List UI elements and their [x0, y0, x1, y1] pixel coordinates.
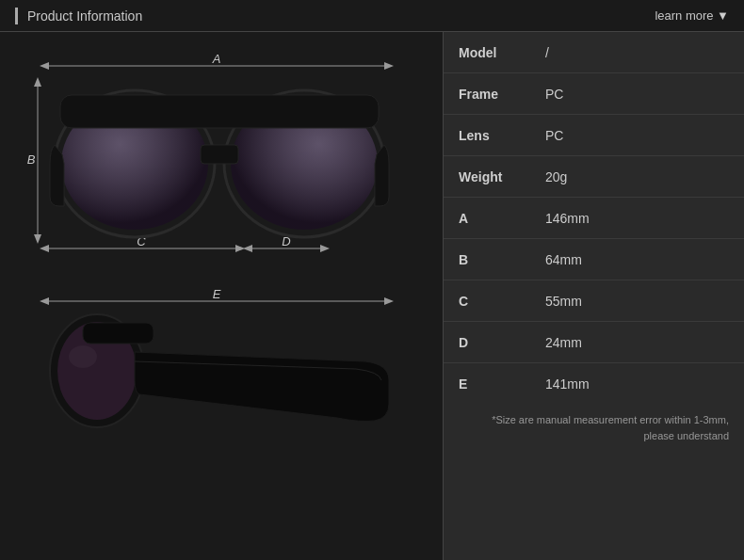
spec-row: D24mm	[444, 322, 744, 363]
top-view-area: A B C D	[19, 51, 414, 267]
spec-key: Model	[444, 36, 538, 70]
spec-row: A146mm	[444, 198, 744, 239]
side-view-area: E	[19, 286, 414, 451]
left-panel: A B C D	[0, 32, 443, 560]
spec-key: E	[444, 367, 538, 401]
spec-value: 24mm	[538, 326, 744, 360]
spec-row: E141mm	[444, 363, 744, 405]
spec-value: /	[538, 36, 744, 70]
svg-marker-9	[40, 245, 49, 252]
spec-key: Lens	[444, 119, 538, 152]
spec-key: B	[444, 243, 538, 277]
spec-value: 55mm	[538, 284, 744, 318]
svg-marker-23	[40, 297, 49, 305]
svg-rect-29	[83, 323, 154, 344]
spec-note: *Size are manual measurement error withi…	[444, 405, 744, 451]
learn-more-button[interactable]: learn more ▼	[655, 8, 729, 23]
spec-value: PC	[538, 119, 744, 152]
spec-value: 20g	[538, 160, 744, 194]
svg-marker-24	[384, 297, 394, 305]
svg-marker-5	[34, 77, 41, 87]
header-bar-decoration	[15, 8, 18, 24]
spec-key: Weight	[444, 160, 538, 194]
spec-row: Weight20g	[444, 156, 744, 198]
page-header: Product Information learn more ▼	[0, 0, 744, 32]
right-panel: Model/FramePCLensPCWeight20gA146mmB64mmC…	[443, 32, 744, 560]
spec-value: 141mm	[538, 367, 744, 401]
spec-key: Frame	[444, 77, 538, 111]
header-left: Product Information	[15, 8, 142, 24]
svg-marker-13	[243, 245, 252, 252]
svg-rect-20	[201, 145, 238, 164]
svg-marker-14	[320, 245, 330, 252]
spec-key: C	[444, 284, 538, 318]
glasses-side-view	[45, 310, 394, 441]
spec-value: 64mm	[538, 243, 744, 277]
svg-marker-10	[235, 245, 245, 252]
spec-row: LensPC	[444, 115, 744, 156]
svg-text:E: E	[213, 287, 221, 301]
spec-row: C55mm	[444, 280, 744, 322]
svg-text:A: A	[212, 52, 221, 66]
svg-marker-1	[40, 62, 49, 70]
glasses-front-view	[45, 74, 394, 244]
spec-value: 146mm	[538, 201, 744, 235]
page-title: Product Information	[27, 8, 142, 24]
spec-key: A	[444, 201, 538, 235]
svg-marker-2	[384, 62, 394, 70]
spec-value: PC	[538, 77, 744, 111]
spec-key: D	[444, 326, 538, 360]
svg-rect-21	[60, 95, 379, 128]
spec-row: B64mm	[444, 239, 744, 280]
svg-marker-6	[34, 234, 41, 244]
spec-table: Model/FramePCLensPCWeight20gA146mmB64mmC…	[444, 32, 744, 405]
spec-row: Model/	[444, 32, 744, 73]
main-content: A B C D	[0, 32, 744, 560]
svg-point-28	[69, 345, 97, 368]
svg-text:B: B	[27, 152, 36, 167]
spec-row: FramePC	[444, 73, 744, 115]
